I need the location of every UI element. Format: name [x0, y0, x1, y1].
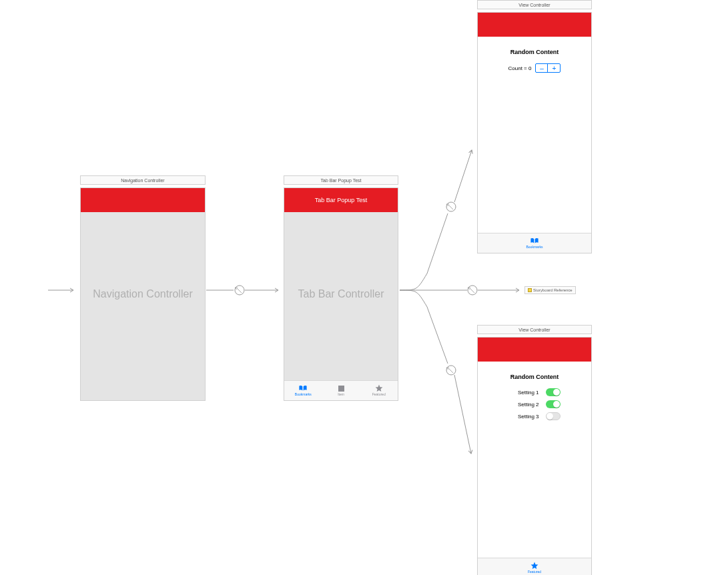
tab-item[interactable]: Item	[322, 381, 360, 400]
storyboard-reference[interactable]: Storyboard Reference	[524, 286, 576, 294]
tab-label: Featured	[528, 570, 541, 574]
tab-bookmarks[interactable]: Bookmarks	[526, 233, 542, 253]
svg-point-0	[235, 285, 244, 295]
scene-view-controller-1: View Controller Random Content Count = 0…	[477, 0, 592, 253]
heading-label: Random Content	[484, 49, 585, 55]
svg-point-1	[446, 202, 456, 211]
svg-point-3	[446, 366, 456, 375]
svg-point-2	[468, 285, 477, 295]
setting-switch[interactable]	[546, 388, 561, 396]
placeholder-label: Tab Bar Controller	[284, 188, 398, 400]
scene-title: View Controller	[477, 325, 592, 334]
scene-body[interactable]: Tab Bar Popup Test Tab Bar Controller Bo…	[284, 187, 398, 401]
switch-knob	[553, 401, 560, 408]
scene-body[interactable]: Random Content Count = 0 – + Bookmarks	[477, 12, 592, 253]
count-label: Count = 0	[508, 65, 532, 71]
scene-title: Navigation Controller	[80, 175, 206, 185]
navigation-bar	[478, 338, 591, 362]
scene-body[interactable]: Navigation Controller	[80, 187, 206, 401]
count-row: Count = 0 – +	[484, 63, 585, 73]
book-icon	[530, 237, 539, 244]
tab-label: Bookmarks	[295, 392, 312, 396]
stepper-minus-button[interactable]: –	[536, 64, 548, 72]
scene-tab-bar-controller: Tab Bar Popup Test Tab Bar Popup Test Ta…	[284, 175, 398, 401]
tab-label: Bookmarks	[526, 245, 542, 249]
heading-label: Random Content	[484, 374, 585, 380]
scene-navigation-controller: Navigation Controller Navigation Control…	[80, 175, 206, 401]
setting-row: Setting 2	[484, 400, 585, 408]
tab-label: Item	[338, 392, 344, 396]
tab-bookmarks[interactable]: Bookmarks	[284, 381, 322, 400]
tab-bar: Bookmarks Item Featured	[284, 380, 398, 400]
star-icon	[530, 562, 539, 569]
scene-title: View Controller	[477, 0, 592, 9]
setting-label: Setting 3	[509, 414, 539, 420]
tab-featured[interactable]: Featured	[360, 381, 398, 400]
scene-title: Tab Bar Popup Test	[284, 175, 398, 185]
content-area: Random Content Setting 1Setting 2Setting…	[478, 362, 591, 558]
content-area: Random Content Count = 0 – +	[478, 37, 591, 233]
book-icon	[298, 385, 308, 392]
setting-label: Setting 2	[509, 402, 539, 408]
setting-label: Setting 1	[509, 390, 539, 396]
setting-row: Setting 3	[484, 412, 585, 420]
navigation-bar	[478, 13, 591, 37]
scene-body[interactable]: Random Content Setting 1Setting 2Setting…	[477, 337, 592, 575]
switch-knob	[547, 413, 553, 420]
storyboard-icon	[528, 288, 532, 292]
stepper-plus-button[interactable]: +	[548, 64, 560, 72]
star-icon	[374, 385, 384, 392]
count-stepper[interactable]: – +	[535, 63, 561, 73]
setting-switch[interactable]	[546, 400, 561, 408]
placeholder-label: Navigation Controller	[81, 188, 205, 400]
switch-knob	[553, 389, 560, 396]
scene-view-controller-2: View Controller Random Content Setting 1…	[477, 325, 592, 575]
tab-featured[interactable]: Featured	[528, 558, 541, 575]
setting-switch[interactable]	[546, 412, 561, 420]
tab-label: Featured	[372, 392, 386, 396]
square-icon	[336, 385, 346, 392]
setting-row: Setting 1	[484, 388, 585, 396]
storyboard-ref-label: Storyboard Reference	[533, 288, 573, 292]
tab-bar: Featured	[478, 558, 591, 575]
tab-bar: Bookmarks	[478, 233, 591, 253]
